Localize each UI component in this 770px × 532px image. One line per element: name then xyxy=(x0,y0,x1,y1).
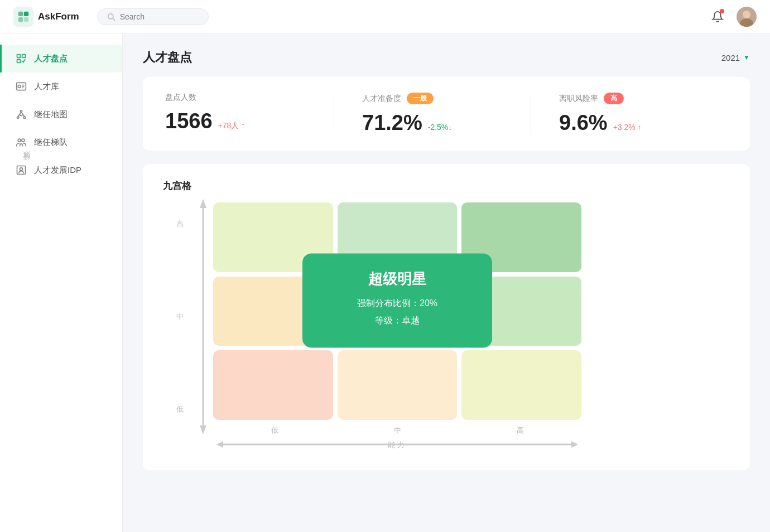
y-label-mid: 中 xyxy=(176,312,184,322)
stat-label-headcount: 盘点人数 xyxy=(165,93,334,103)
nine-grid[interactable]: 超级明星 强制分布比例：20% 等级：卓越 xyxy=(213,202,581,420)
sidebar-label-talent-idp: 人才发展IDP xyxy=(34,165,81,176)
svg-rect-11 xyxy=(17,60,21,63)
app-container: AskForm xyxy=(0,0,770,532)
sidebar-item-talent-pool[interactable]: 人才库 xyxy=(0,72,122,100)
svg-point-19 xyxy=(18,139,21,142)
top-right xyxy=(708,7,757,27)
sidebar-item-succession-map[interactable]: 继任地图 xyxy=(0,100,122,128)
sidebar-item-talent-idp[interactable]: 人才发展IDP xyxy=(0,156,122,184)
readiness-badge: 一般 xyxy=(407,93,434,104)
succession-map-icon xyxy=(15,108,27,120)
x-label-high: 高 xyxy=(459,425,581,436)
talent-pool-icon xyxy=(15,80,27,93)
grid-cell-r3c3[interactable] xyxy=(461,350,581,420)
x-label-low: 低 xyxy=(213,425,336,436)
svg-point-20 xyxy=(22,139,25,142)
svg-marker-27 xyxy=(200,425,206,434)
svg-marker-26 xyxy=(200,199,206,208)
sidebar-item-talent-review[interactable]: 人才盘点 xyxy=(0,45,122,72)
y-label-low: 低 xyxy=(176,404,184,414)
svg-point-22 xyxy=(20,168,23,171)
stat-value-readiness: 71.2% -2.5%↓ xyxy=(362,111,531,135)
svg-rect-0 xyxy=(18,11,23,16)
search-input[interactable] xyxy=(120,12,192,21)
year-value: 2021 xyxy=(721,53,740,62)
x-axis-row: 能力 xyxy=(213,439,581,450)
stat-change-readiness: -2.5%↓ xyxy=(428,123,453,132)
sidebar-label-talent-pool: 人才库 xyxy=(34,81,59,92)
talent-review-icon xyxy=(15,52,27,65)
svg-point-7 xyxy=(743,11,750,18)
grid-cell-r2c1[interactable] xyxy=(213,277,333,346)
svg-rect-10 xyxy=(22,55,26,58)
stat-label-attrition: 离职风险率 高 xyxy=(559,93,728,104)
svg-line-5 xyxy=(113,18,115,21)
x-label-mid: 中 xyxy=(336,425,459,436)
main-area: 人才盘点 人才库 xyxy=(0,33,770,532)
search-bar[interactable] xyxy=(97,8,209,25)
stat-value-attrition: 9.6% +3.2% ↑ xyxy=(559,111,728,135)
x-labels: 低 中 高 xyxy=(213,425,581,436)
y-label-high: 高 xyxy=(176,219,184,229)
stat-card-headcount: 盘点人数 1566 +78人 ↑ xyxy=(165,93,334,135)
x-axis-arrow: 能力 xyxy=(213,439,581,450)
notification-badge xyxy=(720,9,724,13)
sidebar-item-succession-team[interactable]: 继任梯队 xyxy=(0,128,122,156)
grid-cell-r3c2[interactable] xyxy=(338,350,458,420)
avatar-icon xyxy=(737,7,757,27)
sidebar-label-succession-team: 继任梯队 xyxy=(34,137,68,148)
svg-point-13 xyxy=(18,85,21,88)
stat-change-attrition: +3.2% ↑ xyxy=(613,123,642,132)
grid-cell-r2c3[interactable] xyxy=(461,277,581,346)
svg-rect-9 xyxy=(17,55,21,58)
search-icon xyxy=(107,12,116,21)
logo: AskForm xyxy=(13,7,79,27)
grid-area: 高 中 低 xyxy=(163,202,730,450)
attrition-badge: 高 xyxy=(604,93,624,104)
grid-cell-r1c2[interactable] xyxy=(338,202,458,272)
stat-value-headcount: 1566 +78人 ↑ xyxy=(165,109,334,133)
sidebar-label-succession-map: 继任地图 xyxy=(34,109,68,120)
stats-row: 盘点人数 1566 +78人 ↑ 人才准备度 一般 71.2% -2. xyxy=(143,77,750,151)
stat-change-headcount: +78人 ↑ xyxy=(218,121,246,131)
avatar[interactable] xyxy=(737,7,757,27)
content-area: 人才盘点 2021 ▼ 盘点人数 1566 +78人 ↑ xyxy=(123,33,770,532)
sidebar: 人才盘点 人才库 xyxy=(0,33,123,532)
page-title: 人才盘点 xyxy=(143,49,192,66)
year-selector[interactable]: 2021 ▼ xyxy=(721,53,750,62)
svg-rect-2 xyxy=(18,17,23,21)
svg-rect-1 xyxy=(24,11,28,16)
grid-cell-r1c3[interactable] xyxy=(461,202,581,272)
svg-text:能力: 能力 xyxy=(388,441,407,449)
grid-cell-r2c2[interactable] xyxy=(338,277,458,346)
grid-cell-r3c1[interactable] xyxy=(213,350,333,420)
grid-cell-r1c1[interactable] xyxy=(213,202,333,272)
logo-icon xyxy=(13,7,33,27)
succession-team-icon xyxy=(15,136,27,148)
top-bar: AskForm xyxy=(0,0,770,33)
svg-marker-32 xyxy=(216,441,223,448)
stat-label-readiness: 人才准备度 一般 xyxy=(362,93,531,104)
sidebar-label-talent-review: 人才盘点 xyxy=(34,54,68,64)
logo-text: AskForm xyxy=(38,11,79,22)
nine-grid-section: 九宫格 高 中 低 xyxy=(143,164,750,470)
y-axis-arrow xyxy=(198,197,209,437)
page-header: 人才盘点 2021 ▼ xyxy=(143,49,750,66)
bell-button[interactable] xyxy=(708,7,728,27)
svg-rect-3 xyxy=(24,17,28,21)
stat-card-attrition: 离职风险率 高 9.6% +3.2% ↑ xyxy=(531,93,728,135)
year-dropdown-icon: ▼ xyxy=(743,54,750,61)
stat-card-readiness: 人才准备度 一般 71.2% -2.5%↓ xyxy=(334,93,531,135)
svg-marker-31 xyxy=(571,441,578,448)
nine-grid-title: 九宫格 xyxy=(163,180,730,192)
